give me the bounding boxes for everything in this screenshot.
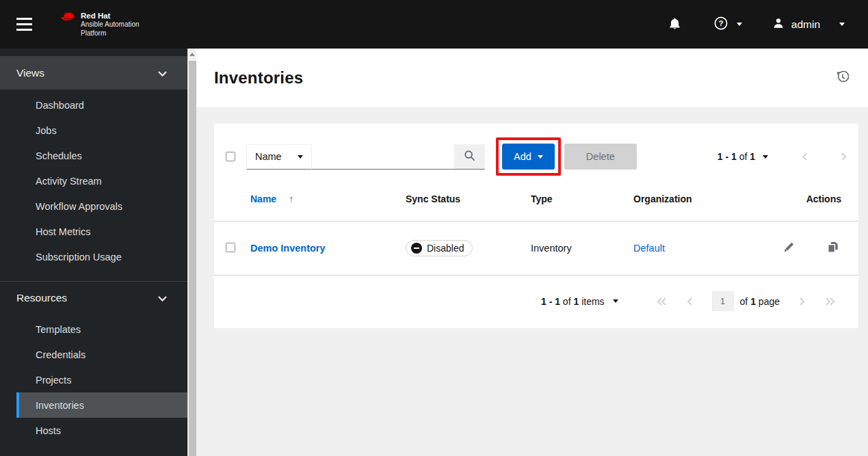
row-select-checkbox[interactable] [226,243,235,252]
chevron-down-icon[interactable] [839,23,845,26]
user-icon [772,17,785,32]
chevron-down-icon [158,67,167,79]
chevron-down-icon [158,292,167,304]
prev-page-button[interactable] [801,152,808,161]
copy-button[interactable] [827,241,839,255]
select-all-checkbox[interactable] [226,152,235,161]
items-range: 1 - 1 of 1 items [541,296,605,307]
nav-group-views-label: Views [16,67,44,79]
sync-status-label: Disabled [427,243,464,254]
nav-toggle-icon[interactable] [16,14,33,34]
scrollbar-thumb[interactable] [189,61,196,456]
search-input[interactable] [312,144,454,170]
chevron-down-icon [298,155,303,159]
minus-circle-icon [411,243,422,254]
history-icon[interactable] [836,70,849,85]
page-header: Inventories [196,49,868,107]
brand-product-line1: Ansible Automation [81,21,140,29]
next-page-button[interactable] [799,297,806,306]
annotation-highlight-box: Add [496,137,561,176]
scrollbar-up-arrow[interactable] [188,49,196,60]
bell-icon [668,17,681,32]
table-row: Demo Inventory Disabled Inventory Defaul… [214,222,858,276]
current-page-input[interactable] [712,291,734,311]
add-button[interactable]: Add [502,144,555,170]
inventories-table: Name↑ Sync Status Type Organization Acti… [214,189,858,276]
last-page-button[interactable] [825,297,835,306]
svg-text:?: ? [718,19,723,27]
sync-status-badge: Disabled [406,240,473,256]
question-circle-icon: ? [714,16,728,32]
inventory-name-link[interactable]: Demo Inventory [250,243,326,254]
search-icon [464,150,475,163]
chevron-down-icon [737,23,742,26]
inventory-type-cell: Inventory [531,222,633,276]
sidebar-item-projects[interactable]: Projects [16,367,187,392]
per-page-menu-toggle[interactable] [613,299,618,303]
side-navigation: Views Dashboard Jobs Schedules Activity … [0,49,187,456]
prev-page-button[interactable] [686,297,693,306]
sidebar-item-subscription-usage[interactable]: Subscription Usage [16,244,187,269]
pencil-icon [783,241,795,255]
edit-button[interactable] [783,241,795,255]
vertical-scrollbar[interactable] [187,49,196,456]
filter-type-select[interactable]: Name [246,144,312,170]
column-header-actions: Actions [782,189,858,222]
sidebar-item-workflow-approvals[interactable]: Workflow Approvals [16,193,187,219]
organization-link[interactable]: Default [633,243,665,254]
username-label: admin [791,18,820,31]
delete-button[interactable]: Delete [564,144,637,170]
pagination-range: 1 - 1 of 1 [718,151,755,162]
column-header-name[interactable]: Name↑ [250,189,406,222]
masthead: Red Hat Ansible Automation Platform ? [0,0,868,49]
redhat-fedora-icon [60,11,76,25]
pagination-menu-toggle[interactable] [763,155,768,159]
sidebar-item-inventories[interactable]: Inventories [16,392,187,418]
help-button[interactable]: ? [714,16,728,32]
search-button[interactable] [454,144,485,170]
sidebar-item-host-metrics[interactable]: Host Metrics [16,219,187,244]
nav-group-resources[interactable]: Resources [0,282,187,314]
first-page-button[interactable] [657,297,667,306]
sort-ascending-icon[interactable]: ↑ [289,193,293,204]
sidebar-item-templates[interactable]: Templates [16,317,187,342]
sidebar-item-hosts[interactable]: Hosts [16,418,187,443]
footer-pagination: 1 - 1 of 1 items [214,276,858,328]
add-button-label: Add [514,151,531,162]
brand-product-line2: Platform [81,29,140,38]
sidebar-item-credentials[interactable]: Credentials [16,342,187,367]
next-page-button[interactable] [841,152,847,161]
brand-logo: Red Hat Ansible Automation Platform [60,11,140,37]
sidebar-item-schedules[interactable]: Schedules [16,143,187,168]
chevron-down-icon [538,155,543,159]
list-toolbar: Name Add [214,124,858,189]
user-menu[interactable]: admin [772,17,845,32]
top-pagination: 1 - 1 of 1 [718,151,847,162]
sidebar-item-jobs[interactable]: Jobs [16,118,187,143]
column-header-type: Type [531,189,633,222]
nav-group-resources-label: Resources [16,292,67,304]
inventories-list-card: Name Add [214,124,858,328]
help-dropdown-toggle[interactable] [737,23,742,26]
filter-type-selected-label: Name [255,151,282,162]
nav-group-views[interactable]: Views [0,56,187,90]
page-title: Inventories [214,68,303,88]
sidebar-item-dashboard[interactable]: Dashboard [16,92,187,118]
column-header-sync-status: Sync Status [406,189,531,222]
column-header-organization: Organization [633,189,782,222]
copy-icon [827,241,839,255]
brand-name: Red Hat [81,11,140,21]
sidebar-item-activity-stream[interactable]: Activity Stream [16,168,187,193]
notifications-button[interactable] [668,17,681,32]
page-count-label: of 1 page [740,296,780,307]
